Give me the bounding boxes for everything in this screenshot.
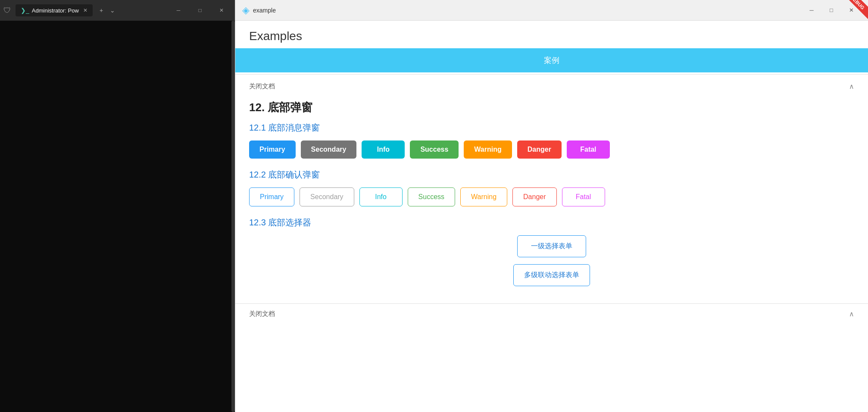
selector-row-2: 多级联动选择表单 xyxy=(249,264,854,286)
terminal-panel: 🛡 ❯_ Administrator: Pow ✕ + ⌄ ─ □ ✕ xyxy=(0,0,235,412)
tab-dropdown-button[interactable]: ⌄ xyxy=(107,5,118,16)
divider-1 xyxy=(235,74,868,75)
terminal-close-button[interactable]: ✕ xyxy=(212,3,231,17)
selector-row-1: 一级选择表单 xyxy=(249,235,854,257)
terminal-maximize-button[interactable]: □ xyxy=(190,3,210,17)
btn-info-outlined[interactable]: Info xyxy=(359,187,403,206)
app-title: example xyxy=(253,7,276,14)
terminal-minimize-button[interactable]: ─ xyxy=(169,3,188,17)
btn-success-outlined[interactable]: Success xyxy=(408,187,455,206)
powershell-icon: ❯_ xyxy=(21,7,29,14)
section-12-2-title: 12.2 底部确认弹窗 xyxy=(249,169,854,181)
app-content: Examples 案例 关闭文档 ∧ 12. 底部弹窗 12.1 底部消息弹窗 … xyxy=(235,21,868,412)
terminal-tab[interactable]: ❯_ Administrator: Pow ✕ xyxy=(16,4,93,16)
outlined-buttons-row: Primary Secondary Info Success Warning D… xyxy=(249,187,854,206)
terminal-titlebar: 🛡 ❯_ Administrator: Pow ✕ + ⌄ ─ □ ✕ xyxy=(0,0,235,21)
flutter-logo-icon: ◈ xyxy=(242,5,250,16)
close-doc-bottom-section[interactable]: 关闭文档 ∧ xyxy=(235,303,868,324)
page-title: Examples xyxy=(249,29,854,43)
new-tab-button[interactable]: + xyxy=(97,5,106,16)
debug-label: DEBUG xyxy=(839,0,868,21)
btn-primary-outlined[interactable]: Primary xyxy=(249,187,294,206)
terminal-tab-label: Administrator: Pow xyxy=(32,7,79,14)
terminal-window-controls: ─ □ ✕ xyxy=(169,3,231,17)
close-doc-top-label: 关闭文档 xyxy=(249,82,275,91)
debug-ribbon: DEBUG xyxy=(834,0,868,34)
btn-secondary-outlined[interactable]: Secondary xyxy=(300,187,354,206)
btn-warning-filled[interactable]: Warning xyxy=(464,140,512,159)
filled-buttons-row: Primary Secondary Info Success Warning D… xyxy=(249,140,854,159)
selector-button-2[interactable]: 多级联动选择表单 xyxy=(513,264,590,286)
app-minimize-button[interactable]: ─ xyxy=(802,3,821,17)
cases-button[interactable]: 案例 xyxy=(235,48,868,72)
terminal-tab-close[interactable]: ✕ xyxy=(83,7,87,13)
close-doc-bottom-label: 关闭文档 xyxy=(249,310,275,318)
btn-primary-filled[interactable]: Primary xyxy=(249,140,296,159)
app-titlebar: ◈ example ─ □ ✕ xyxy=(235,0,868,21)
chevron-up-icon-bottom: ∧ xyxy=(849,310,854,318)
btn-info-filled[interactable]: Info xyxy=(362,140,405,159)
btn-warning-outlined[interactable]: Warning xyxy=(460,187,507,206)
section-12-3-title: 12.3 底部选择器 xyxy=(249,217,854,228)
main-content-area: 12. 底部弹窗 12.1 底部消息弹窗 Primary Secondary I… xyxy=(235,97,868,303)
btn-secondary-filled[interactable]: Secondary xyxy=(301,140,357,159)
terminal-btn-group: + ⌄ xyxy=(97,5,118,16)
terminal-scrollbar[interactable] xyxy=(231,21,235,412)
btn-success-filled[interactable]: Success xyxy=(410,140,459,159)
shield-icon: 🛡 xyxy=(3,6,11,15)
selector-button-1[interactable]: 一级选择表单 xyxy=(517,235,586,257)
btn-danger-outlined[interactable]: Danger xyxy=(512,187,556,206)
section-12-1-title: 12.1 底部消息弹窗 xyxy=(249,122,854,134)
terminal-body xyxy=(0,21,235,412)
btn-danger-filled[interactable]: Danger xyxy=(517,140,562,159)
app-panel: DEBUG ◈ example ─ □ ✕ Examples 案例 关闭文档 ∧… xyxy=(235,0,868,412)
app-header: Examples xyxy=(235,21,868,48)
btn-fatal-filled[interactable]: Fatal xyxy=(567,140,610,159)
section-12-title: 12. 底部弹窗 xyxy=(249,100,854,115)
chevron-up-icon-top: ∧ xyxy=(849,82,854,91)
btn-fatal-outlined[interactable]: Fatal xyxy=(562,187,605,206)
close-doc-top-section[interactable]: 关闭文档 ∧ xyxy=(235,76,868,97)
